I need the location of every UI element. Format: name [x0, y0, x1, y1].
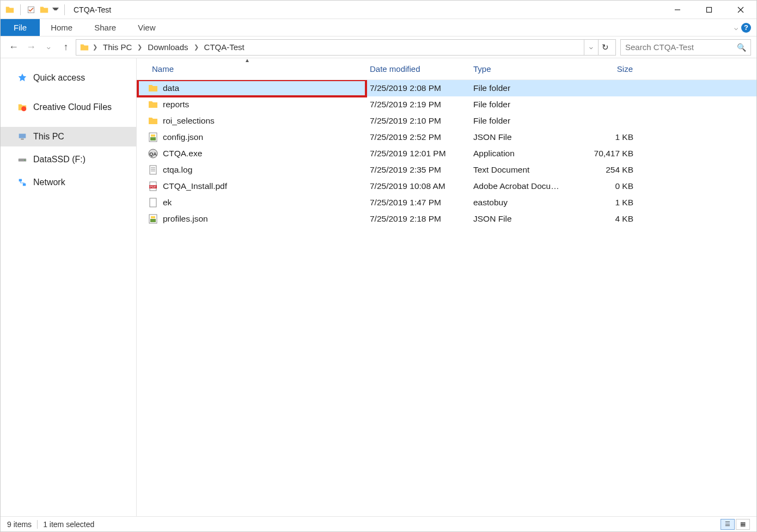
file-size: 70,417 KB — [572, 149, 638, 158]
json-icon — [148, 132, 158, 143]
refresh-button[interactable]: ↻ — [598, 40, 612, 55]
file-date: 7/25/2019 2:08 PM — [365, 83, 469, 93]
separator — [20, 4, 21, 15]
file-date: 7/25/2019 1:47 PM — [365, 198, 469, 207]
minimize-button[interactable] — [662, 1, 693, 19]
titlebar-left: CTQA-Test — [1, 4, 111, 15]
qat-properties-icon[interactable] — [26, 5, 36, 15]
svg-rect-2 — [707, 7, 712, 12]
file-row[interactable]: PDFCTQA_Install.pdf7/25/2019 10:08 AMAdo… — [137, 178, 756, 194]
sidebar-item-network[interactable]: Network — [1, 173, 136, 192]
search-box[interactable]: 🔍 — [620, 39, 751, 56]
tab-home[interactable]: Home — [40, 19, 83, 36]
forward-button[interactable]: → — [23, 40, 39, 55]
svg-rect-26 — [150, 219, 156, 222]
ribbon-expand-icon[interactable]: ⌵ — [734, 24, 738, 32]
chevron-right-icon[interactable]: ❯ — [193, 44, 200, 51]
svg-rect-6 — [19, 134, 26, 138]
sidebar-item-label: This PC — [33, 132, 64, 142]
file-date: 7/25/2019 2:10 PM — [365, 116, 469, 126]
chevron-right-icon[interactable]: ❯ — [91, 44, 99, 51]
file-size: 1 KB — [572, 132, 638, 142]
column-size-header[interactable]: Size — [572, 58, 638, 80]
ribbon: File Home Share View ⌵ ? — [1, 19, 756, 36]
file-name: ek — [163, 198, 172, 207]
separator — [64, 4, 65, 15]
file-name: ctqa.log — [163, 165, 192, 175]
qat-folder-icon[interactable] — [39, 5, 49, 15]
column-date-header[interactable]: Date modified — [365, 58, 469, 80]
pc-icon — [17, 131, 28, 142]
file-name: roi_selections — [163, 116, 215, 126]
search-input[interactable] — [625, 42, 737, 52]
sidebar-item-this-pc[interactable]: This PC — [1, 127, 136, 146]
file-name: CTQA_Install.pdf — [163, 181, 227, 191]
maximize-button[interactable] — [693, 1, 725, 19]
folder-icon — [148, 99, 158, 110]
file-date: 7/25/2019 10:08 AM — [365, 181, 469, 191]
breadcrumb[interactable]: CTQA-Test — [202, 42, 247, 52]
close-button[interactable] — [725, 1, 756, 19]
sidebar-item-quick-access[interactable]: Quick access — [1, 68, 136, 88]
svg-rect-14 — [151, 134, 155, 137]
svg-rect-27 — [151, 216, 155, 218]
tab-file[interactable]: File — [1, 19, 40, 36]
content-area: Quick accessCreative Cloud FilesThis PCD… — [1, 58, 756, 516]
column-name-header[interactable]: Name — [137, 58, 365, 80]
file-name: config.json — [163, 132, 203, 142]
file-row[interactable]: ctqa.log7/25/2019 2:35 PMText Document25… — [137, 162, 756, 178]
sidebar-item-label: Network — [33, 178, 65, 187]
window-title: CTQA-Test — [74, 5, 111, 14]
sidebar-item-datassd-f-[interactable]: DataSSD (F:) — [1, 150, 136, 169]
file-name: reports — [163, 100, 189, 109]
back-button[interactable]: ← — [6, 40, 21, 55]
file-type: File folder — [469, 100, 572, 109]
file-name: profiles.json — [163, 214, 208, 224]
svg-rect-7 — [21, 139, 23, 140]
file-type: Text Document — [469, 165, 572, 175]
file-row[interactable]: config.json7/25/2019 2:52 PMJSON File1 K… — [137, 129, 756, 145]
sidebar-item-label: DataSSD (F:) — [33, 155, 86, 164]
view-details-button[interactable]: ☰ — [721, 519, 735, 530]
file-row[interactable]: reports7/25/2019 2:19 PMFile folder — [137, 96, 756, 113]
view-large-icons-button[interactable]: ▦ — [736, 519, 750, 530]
file-row[interactable]: QACTQA.exe7/25/2019 12:01 PMApplication7… — [137, 145, 756, 162]
sidebar-item-creative-cloud-files[interactable]: Creative Cloud Files — [1, 97, 136, 117]
sort-indicator-icon: ▲ — [245, 58, 250, 63]
breadcrumb[interactable]: This PC — [101, 42, 134, 52]
file-rows: data7/25/2019 2:08 PMFile folderreports7… — [137, 80, 756, 516]
file-row[interactable]: data7/25/2019 2:08 PMFile folder — [137, 80, 756, 96]
file-type: File folder — [469, 83, 572, 93]
tab-view[interactable]: View — [127, 19, 166, 36]
address-dropdown[interactable]: ⌵ — [584, 40, 598, 55]
breadcrumb[interactable]: Downloads — [145, 42, 190, 52]
up-button[interactable]: ↑ — [58, 40, 74, 55]
column-type-header[interactable]: Type — [469, 58, 572, 80]
blank-icon — [148, 197, 158, 208]
search-icon[interactable]: 🔍 — [737, 43, 746, 52]
file-type: Adobe Acrobat Docu… — [469, 181, 572, 191]
status-item-count: 9 items — [7, 520, 32, 529]
help-icon[interactable]: ? — [741, 23, 751, 33]
file-name: CTQA.exe — [163, 149, 202, 158]
recent-dropdown[interactable]: ⌵ — [41, 40, 56, 55]
address-bar[interactable]: ❯ This PC ❯ Downloads ❯ CTQA-Test ⌵ ↻ — [76, 39, 616, 56]
sidebar-item-label: Creative Cloud Files — [33, 102, 112, 112]
file-row[interactable]: roi_selections7/25/2019 2:10 PMFile fold… — [137, 113, 756, 129]
folder-icon — [5, 5, 15, 15]
chevron-right-icon[interactable]: ❯ — [136, 44, 143, 51]
svg-rect-24 — [150, 198, 156, 207]
svg-point-9 — [25, 160, 26, 161]
net-icon — [17, 177, 28, 188]
file-type: JSON File — [469, 132, 572, 142]
exe-icon: QA — [148, 148, 158, 159]
title-bar: CTQA-Test — [1, 1, 756, 19]
file-row[interactable]: profiles.json7/25/2019 2:18 PMJSON File4… — [137, 211, 756, 227]
file-row[interactable]: ek7/25/2019 1:47 PMeastobuy1 KB — [137, 194, 756, 211]
qat-dropdown-icon[interactable] — [52, 5, 59, 15]
pdf-icon: PDF — [148, 181, 158, 192]
txt-icon — [148, 164, 158, 175]
tab-share[interactable]: Share — [83, 19, 127, 36]
svg-text:QA: QA — [149, 151, 157, 157]
file-size: 4 KB — [572, 214, 638, 224]
